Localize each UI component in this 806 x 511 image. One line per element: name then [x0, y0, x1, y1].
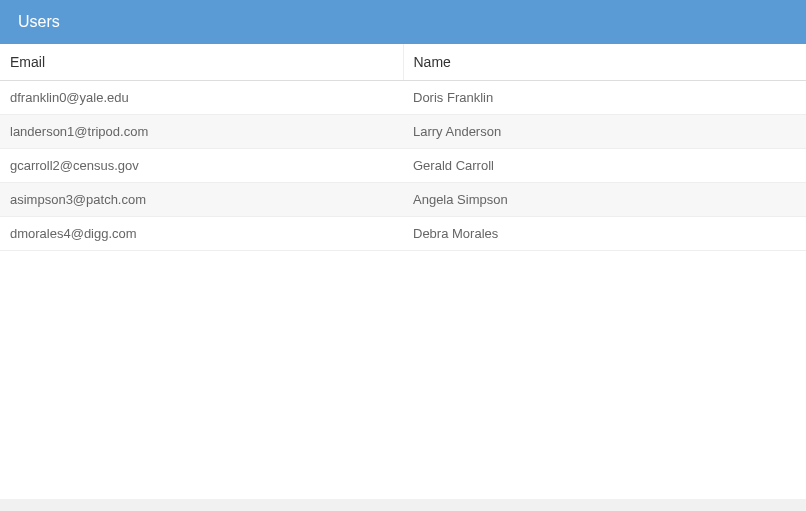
cell-name: Larry Anderson	[403, 115, 806, 149]
table-body: dfranklin0@yale.edu Doris Franklin lande…	[0, 81, 806, 251]
cell-email: landerson1@tripod.com	[0, 115, 403, 149]
footer-bar	[0, 499, 806, 511]
column-header-name[interactable]: Name	[403, 44, 806, 81]
cell-name: Debra Morales	[403, 217, 806, 251]
table-row[interactable]: asimpson3@patch.com Angela Simpson	[0, 183, 806, 217]
table-row[interactable]: dmorales4@digg.com Debra Morales	[0, 217, 806, 251]
table-row[interactable]: gcarroll2@census.gov Gerald Carroll	[0, 149, 806, 183]
table-row[interactable]: dfranklin0@yale.edu Doris Franklin	[0, 81, 806, 115]
page-title: Users	[18, 13, 60, 31]
cell-email: dfranklin0@yale.edu	[0, 81, 403, 115]
page-header: Users	[0, 0, 806, 44]
cell-email: dmorales4@digg.com	[0, 217, 403, 251]
cell-email: asimpson3@patch.com	[0, 183, 403, 217]
cell-name: Doris Franklin	[403, 81, 806, 115]
column-header-email[interactable]: Email	[0, 44, 403, 81]
table-header: Email Name	[0, 44, 806, 81]
cell-email: gcarroll2@census.gov	[0, 149, 403, 183]
users-table: Email Name dfranklin0@yale.edu Doris Fra…	[0, 44, 806, 251]
cell-name: Angela Simpson	[403, 183, 806, 217]
cell-name: Gerald Carroll	[403, 149, 806, 183]
table-row[interactable]: landerson1@tripod.com Larry Anderson	[0, 115, 806, 149]
